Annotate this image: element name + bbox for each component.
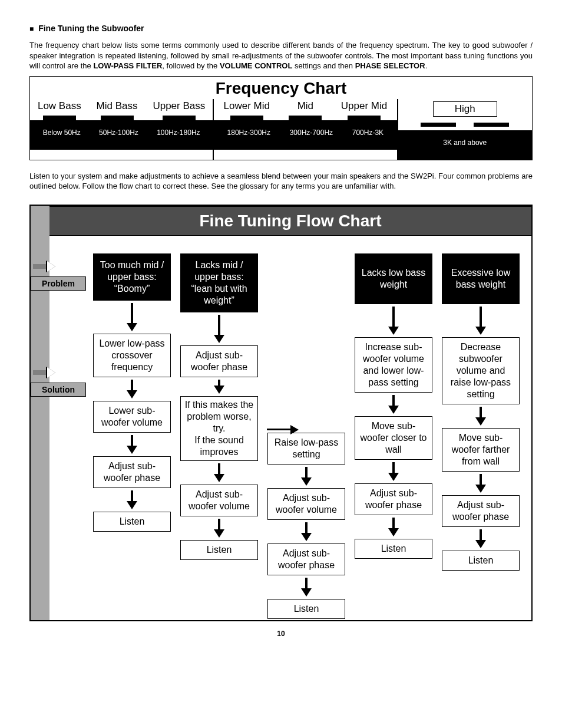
arrow-right-icon: [33, 262, 57, 271]
step-box: Listen: [267, 599, 345, 619]
intro-b3: PHASE SELECTOR: [355, 61, 425, 70]
step-box: Adjust sub-woofer volume: [180, 485, 258, 516]
freq-group-mid: Lower Mid Mid Upper Mid 180Hz-300Hz 300H…: [213, 99, 397, 160]
step-box: Move sub-woofer closer to wall: [355, 416, 432, 460]
solution-tag: Solution: [31, 383, 86, 397]
band-bar-icon: [289, 116, 322, 120]
band-bar-icon: [230, 116, 263, 120]
band-range: 180Hz-300Hz: [227, 129, 270, 137]
flow-col-4: Lacks low bass weight Increase sub-woofe…: [355, 253, 432, 619]
arrow-down-icon: [301, 522, 312, 541]
band-range: 700Hz-3K: [352, 129, 384, 137]
band-label: Mid Bass: [97, 100, 138, 112]
step-box: Increase sub-woofer volume and lower low…: [355, 337, 432, 393]
band-range: 100Hz-180Hz: [157, 129, 200, 137]
intro-p2: , followed by the: [162, 61, 220, 70]
band-range: 3K and above: [443, 139, 487, 147]
flow-chart-title: Fine Tuning Flow Chart: [49, 206, 531, 236]
arrow-down-icon: [475, 307, 486, 335]
arrow-down-icon: [388, 462, 399, 481]
flow-col-3: Raise low-pass setting Adjust sub-woofer…: [267, 253, 345, 619]
band-label: Upper Mid: [341, 100, 387, 112]
arrow-down-icon: [127, 435, 137, 454]
freq-group-high: High 3K and above: [398, 99, 533, 160]
paragraph-2: Listen to your system and make adjustmen…: [29, 171, 533, 192]
step-box: Raise low-pass setting: [267, 433, 345, 465]
step-box: Decrease subwoofer volume and raise low-…: [442, 337, 520, 404]
arrow-down-icon: [388, 395, 399, 414]
arrow-down-icon: [301, 578, 312, 597]
arrow-down-icon: [475, 407, 486, 426]
intro-b2: VOLUME CONTROL: [220, 61, 293, 70]
arrow-down-icon: [127, 380, 137, 398]
flow-col-2: Lacks mid / upper bass: “lean but with w…: [180, 253, 258, 619]
band-bar-icon: [348, 116, 381, 120]
step-box: Adjust sub-woofer phase: [355, 483, 432, 515]
problem-box: Lacks mid / upper bass: “lean but with w…: [180, 253, 258, 312]
band-label: Low Bass: [38, 100, 81, 112]
band-range: Below 50Hz: [43, 129, 81, 137]
step-box: Move sub-woofer farther from wall: [442, 428, 520, 472]
arrow-down-icon: [475, 529, 486, 548]
flow-col-5: Excessive low bass weight Decrease subwo…: [442, 253, 520, 619]
flow-col-1: Too much mid / upper bass: “Boomy” Lower…: [93, 253, 171, 619]
arrow-down-icon: [214, 380, 224, 394]
square-bullet-icon: ■: [29, 25, 34, 33]
step-box: Listen: [355, 539, 432, 559]
problem-box: Too much mid / upper bass: “Boomy”: [93, 253, 171, 301]
freq-group-bass: Low Bass Mid Bass Upper Bass Below 50Hz …: [30, 99, 213, 160]
step-box: Adjust sub-woofer phase: [442, 495, 520, 527]
step-box: Listen: [93, 512, 171, 532]
branch-text: If this makes the problem worse, try. If…: [185, 400, 254, 457]
arrow-down-icon: [475, 474, 486, 493]
step-box: Listen: [180, 540, 258, 560]
arrow-down-icon: [388, 307, 399, 335]
band-bar-icon: [43, 116, 76, 120]
problem-box: Lacks low bass weight: [355, 253, 432, 304]
step-box: Adjust sub-woofer phase: [93, 456, 171, 488]
page-number: 10: [29, 630, 533, 638]
arrow-right-icon: [267, 429, 290, 430]
intro-b1: LOW-PASS FILTER: [93, 61, 162, 70]
flow-chart: Fine Tuning Flow Chart Problem Solution …: [29, 205, 533, 621]
frequency-chart: Frequency Chart Low Bass Mid Bass Upper …: [29, 76, 533, 160]
step-box: Adjust sub-woofer phase: [267, 543, 345, 575]
arrow-down-icon: [127, 490, 137, 509]
intro-p4: .: [425, 61, 428, 70]
problem-tag: Problem: [31, 276, 86, 291]
intro-paragraph: The frequency chart below lists some ter…: [29, 40, 533, 71]
section-title: ■ Fine Tuning the Subwoofer: [29, 24, 533, 33]
arrow-down-icon: [214, 463, 224, 482]
band-bar-icon: [101, 116, 134, 120]
arrow-down-icon: [127, 303, 137, 331]
band-bar-icon: [474, 123, 509, 127]
arrow-down-icon: [301, 467, 312, 486]
arrow-down-icon: [214, 519, 224, 538]
band-range: 50Hz-100Hz: [99, 129, 138, 137]
band-label: High: [433, 101, 497, 117]
band-label: Upper Bass: [153, 100, 205, 112]
band-range: 300Hz-700Hz: [290, 129, 333, 137]
step-box: Listen: [442, 551, 520, 571]
arrow-down-icon: [388, 518, 399, 536]
arrow-right-icon: [33, 368, 57, 377]
section-title-text: Fine Tuning the Subwoofer: [38, 24, 144, 33]
step-box: Lower low-pass crossover frequency: [93, 334, 171, 377]
band-label: Lower Mid: [223, 100, 269, 112]
band-bar-icon: [421, 123, 456, 127]
branch-note: If this makes the problem worse, try. If…: [180, 396, 258, 461]
frequency-chart-title: Frequency Chart: [30, 77, 532, 99]
arrow-down-icon: [214, 315, 224, 343]
intro-p3: settings and then: [292, 61, 355, 70]
problem-box: Excessive low bass weight: [442, 253, 520, 304]
step-box: Lower sub-woofer volume: [93, 401, 171, 433]
step-box: Adjust sub-woofer volume: [267, 488, 345, 520]
step-box: Adjust sub-woofer phase: [180, 345, 258, 377]
band-bar-icon: [163, 116, 196, 120]
band-label: Mid: [297, 100, 313, 112]
